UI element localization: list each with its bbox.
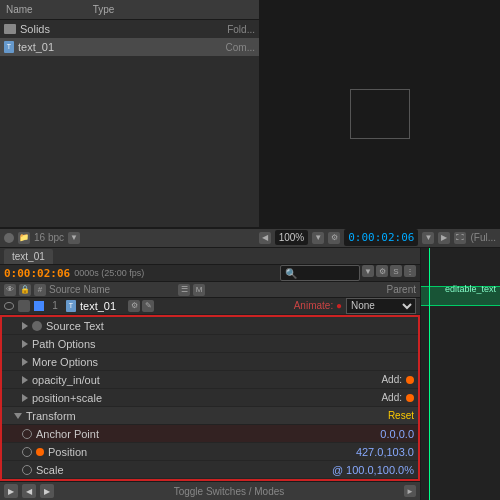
toggle-mode-btn[interactable]: ► <box>404 485 416 497</box>
media-icon <box>4 233 14 243</box>
add-layer-btn[interactable]: ▶ <box>4 484 18 498</box>
eye-col-header: 👁 <box>4 284 16 296</box>
search-options-btn[interactable]: ▼ <box>362 265 374 277</box>
timeline-content: text_01 0:00:02:06 0000s (25:00 fps) ▼ ⚙… <box>0 248 500 500</box>
anchor-point-label: Anchor Point <box>36 428 99 440</box>
file-name: text_01 <box>18 41 54 53</box>
fps-label: 0000s (25:00 fps) <box>74 268 144 278</box>
list-item[interactable]: T text_01 Com... <box>0 38 259 56</box>
more-options-btn[interactable]: ⋮ <box>404 265 416 277</box>
position-stopwatch-icon[interactable] <box>22 447 32 457</box>
anchor-point-row[interactable]: Anchor Point 0.0,0.0 <box>2 425 418 443</box>
label-col-header: # <box>34 284 46 296</box>
playback-btn[interactable]: ▶ <box>438 232 450 244</box>
position-scale-label: position+scale <box>32 392 102 404</box>
file-type: Fold... <box>227 24 255 35</box>
file-name: Solids <box>20 23 50 35</box>
expand-path-options-icon[interactable] <box>22 340 28 348</box>
animate-text: Animate: <box>294 300 333 311</box>
solo-icon[interactable] <box>18 300 30 312</box>
position-value[interactable]: 427.0,103.0 <box>356 446 414 458</box>
timeline-header: text_01 <box>0 248 420 265</box>
settings-btn[interactable]: ⚙ <box>328 232 340 244</box>
position-label: Position <box>48 446 87 458</box>
file-browser-header: Name Type <box>0 0 259 20</box>
add-label-1: Add: <box>381 374 402 385</box>
layer-timecode: 0:00:02:06 <box>4 267 70 280</box>
source-text-icon <box>32 321 42 331</box>
full-screen-btn[interactable]: ⛶ <box>454 232 466 244</box>
preview-area <box>260 0 500 228</box>
layer-settings-icon[interactable]: ⚙ <box>128 300 140 312</box>
track-layer-label: editable_text <box>445 284 496 294</box>
preview-box <box>350 89 410 139</box>
compose-btn[interactable]: ⚙ <box>376 265 388 277</box>
prev-frame-btn[interactable]: ◀ <box>22 484 36 498</box>
toggle-switches-label: Toggle Switches / Modes <box>174 486 285 497</box>
add-label-2: Add: <box>381 392 402 403</box>
visibility-icon[interactable] <box>4 302 14 310</box>
scale-stopwatch-icon[interactable] <box>22 465 32 475</box>
modes-btn[interactable]: M <box>193 284 205 296</box>
timeline-left: text_01 0:00:02:06 0000s (25:00 fps) ▼ ⚙… <box>0 248 420 500</box>
expand-position-scale-icon[interactable] <box>22 394 28 402</box>
reset-button[interactable]: Reset <box>388 410 414 421</box>
expand-source-text-icon[interactable] <box>22 322 28 330</box>
anchor-stopwatch-icon[interactable] <box>22 429 32 439</box>
timecode-options[interactable]: ▼ <box>422 232 434 244</box>
transform-header[interactable]: Transform Reset <box>2 407 418 425</box>
folder-btn[interactable]: 📁 <box>18 232 30 244</box>
layer-row[interactable]: 1 T text_01 ⚙ ✎ Animate: ● None <box>0 298 420 315</box>
preview-panel <box>260 0 500 228</box>
source-name-header: Source Name <box>49 284 110 295</box>
next-frame-btn[interactable]: ▶ <box>40 484 54 498</box>
main-container: Name Type Solids Fold... T text_01 Com..… <box>0 0 500 500</box>
animate-indicator: ● <box>336 300 342 311</box>
parent-dropdown[interactable]: None <box>346 298 416 314</box>
bottom-left-buttons: ▶ ◀ ▶ <box>4 484 54 498</box>
type-column-header: Type <box>93 4 115 15</box>
solo-btn[interactable]: S <box>390 265 402 277</box>
scale-label: Scale <box>36 464 64 476</box>
search-input[interactable] <box>280 265 360 281</box>
expand-opacity-icon[interactable] <box>22 376 28 384</box>
comp-tab-label: text_01 <box>12 251 45 262</box>
collapse-transform-icon[interactable] <box>14 413 22 419</box>
layer-type-icon: T <box>66 300 76 312</box>
bpc-settings-btn[interactable]: ▼ <box>68 232 80 244</box>
name-column-header: Name <box>6 4 33 15</box>
zoom-dropdown[interactable]: ▼ <box>312 232 324 244</box>
add-indicator-2[interactable] <box>406 394 414 402</box>
animate-label[interactable]: Animate: ● <box>294 300 342 311</box>
position-scale-row[interactable]: position+scale Add: <box>2 389 418 407</box>
zoom-display: 100% <box>275 230 309 245</box>
more-options-row[interactable]: More Options <box>2 353 418 371</box>
file-list: Solids Fold... T text_01 Com... <box>0 20 259 227</box>
layer-name: text_01 <box>80 300 116 312</box>
add-indicator-1[interactable] <box>406 376 414 384</box>
scale-value[interactable]: @ 100.0,100.0% <box>332 464 414 476</box>
path-options-row[interactable]: Path Options <box>2 335 418 353</box>
path-options-label: Path Options <box>32 338 96 350</box>
color-label[interactable] <box>34 301 44 311</box>
source-text-row[interactable]: Source Text <box>2 317 418 335</box>
full-label: (Ful... <box>470 232 496 243</box>
position-keyframe-icon[interactable] <box>36 448 44 456</box>
file-type: Com... <box>226 42 255 53</box>
expand-more-options-icon[interactable] <box>22 358 28 366</box>
transform-label: Transform <box>26 410 76 422</box>
list-item[interactable]: Solids Fold... <box>0 20 259 38</box>
opacity-inout-row[interactable]: opacity_in/out Add: <box>2 371 418 389</box>
comp-tab[interactable]: text_01 <box>4 249 53 264</box>
source-text-label: Source Text <box>46 320 104 332</box>
switches-btn[interactable]: ☰ <box>178 284 190 296</box>
file-browser: Name Type Solids Fold... T text_01 Com..… <box>0 0 260 228</box>
layer-header: 👁 🔒 # Source Name ☰ M Parent <box>0 282 420 298</box>
folder-icon <box>4 24 16 34</box>
layer-pen-icon[interactable]: ✎ <box>142 300 154 312</box>
position-row[interactable]: Position 427.0,103.0 <box>2 443 418 461</box>
playhead[interactable] <box>429 248 430 500</box>
anchor-point-value[interactable]: 0.0,0.0 <box>380 428 414 440</box>
nav-btn[interactable]: ◀ <box>259 232 271 244</box>
scale-row[interactable]: Scale @ 100.0,100.0% <box>2 461 418 479</box>
